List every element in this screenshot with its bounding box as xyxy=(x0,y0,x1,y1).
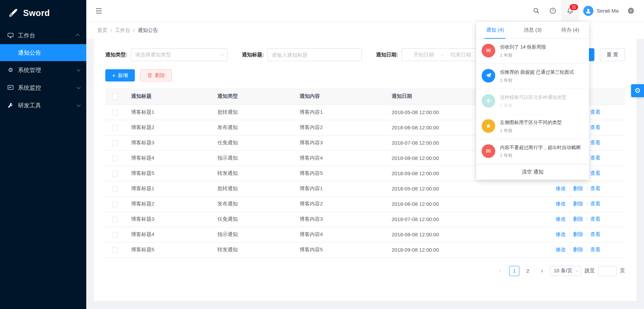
chevron-down-icon xyxy=(77,103,80,107)
tab-notices[interactable]: 通知 (4) xyxy=(476,22,514,38)
sidebar-item-label: 通知公告 xyxy=(18,49,41,57)
page-2-button[interactable]: 2 xyxy=(523,266,533,276)
breadcrumb-home[interactable]: 首页 xyxy=(97,27,107,34)
row-checkbox[interactable] xyxy=(112,125,118,131)
row-checkbox[interactable] xyxy=(112,110,118,115)
cell-date: 2018-06-08 12:00:00 xyxy=(385,196,487,212)
sidebar-item-dev-tools[interactable]: 研发工具 xyxy=(0,96,86,114)
view-link[interactable]: 查看 xyxy=(590,185,601,191)
breadcrumb-workbench[interactable]: 工作台 xyxy=(115,27,130,34)
row-checkbox[interactable] xyxy=(112,140,118,146)
language-globe-icon[interactable] xyxy=(623,0,639,21)
gear-icon: ⚙ xyxy=(7,67,14,73)
app-root: Sword 工作台 通知公告 ⚙ 系统管理 系统监 xyxy=(0,0,644,309)
view-link[interactable]: 查看 xyxy=(590,231,601,237)
edit-link[interactable]: 修改 xyxy=(556,216,566,222)
table-row: 博客标题4 指示通知 博客内容4 2018-08-08 12:00:00 修改删… xyxy=(105,227,625,242)
notice-type-select[interactable]: 请选择通知类型 xyxy=(131,48,228,61)
prev-page-button[interactable] xyxy=(496,266,506,276)
sidebar-item-label: 研发工具 xyxy=(18,102,41,109)
avatar xyxy=(583,6,593,16)
view-link[interactable]: 查看 xyxy=(590,155,601,161)
edit-link[interactable]: 修改 xyxy=(556,185,566,191)
sidebar-item-system-monitor[interactable]: 系统监控 xyxy=(0,79,86,96)
table-row: 博客标题1 批转通知 博客内容1 2018-05-08 12:00:00 修改删… xyxy=(105,181,625,196)
row-checkbox[interactable] xyxy=(112,171,118,177)
next-page-button[interactable] xyxy=(536,266,547,276)
cell-date: 2018-08-08 12:00:00 xyxy=(385,150,487,166)
notification-item[interactable]: ✉ 内容不要超过两行字，超出时自动截断 1 年前 xyxy=(476,139,589,164)
settings-fab-button[interactable]: ⚙ xyxy=(631,84,644,97)
reset-button[interactable]: 重 置 xyxy=(600,48,625,61)
notification-item[interactable]: + 这种模板可以区分多种通知类型 1 年前 xyxy=(476,89,589,114)
delete-link[interactable]: 删除 xyxy=(573,231,583,237)
row-checkbox[interactable] xyxy=(112,232,118,238)
chevron-right-icon xyxy=(540,269,543,272)
sidebar-item-notice[interactable]: 通知公告 xyxy=(0,44,86,61)
add-button[interactable]: 新增 xyxy=(105,69,135,81)
jump-page-input[interactable] xyxy=(598,266,616,276)
edit-link[interactable]: 修改 xyxy=(556,201,566,206)
cell-date: 2018-09-08 12:00:00 xyxy=(385,166,487,181)
row-checkbox[interactable] xyxy=(112,247,118,253)
notification-title: 你收到了 14 份新周报 xyxy=(500,44,586,50)
pagination: 1 2 10 条/页 跳至 页 xyxy=(105,266,625,276)
notification-title: 你推荐的 曲妮妮 已通过第三轮面试 xyxy=(500,69,586,75)
delete-link[interactable]: 删除 xyxy=(573,247,583,252)
breadcrumb-separator: / xyxy=(110,28,112,33)
clear-notifications-button[interactable]: 清空 通知 xyxy=(476,164,589,180)
edit-link[interactable]: 修改 xyxy=(556,247,566,252)
row-checkbox[interactable] xyxy=(112,156,118,161)
sidebar-item-label: 工作台 xyxy=(18,32,35,39)
view-link[interactable]: 查看 xyxy=(590,124,601,130)
delete-link[interactable]: 删除 xyxy=(573,201,583,206)
notification-item[interactable]: 你推荐的 曲妮妮 已通过第三轮面试 1 年前 xyxy=(476,64,589,89)
sidebar-item-workbench[interactable]: 工作台 xyxy=(0,26,86,44)
notification-item[interactable]: ✉ 你收到了 14 份新周报 1 年前 xyxy=(476,39,589,64)
search-icon[interactable] xyxy=(528,0,544,21)
logo[interactable]: Sword xyxy=(0,0,86,26)
breadcrumb-current: 通知公告 xyxy=(138,27,158,34)
view-link[interactable]: 查看 xyxy=(590,201,601,206)
user-menu[interactable]: Serati Ma xyxy=(579,6,623,16)
row-checkbox[interactable] xyxy=(112,186,118,192)
view-link[interactable]: 查看 xyxy=(590,140,601,145)
desktop-icon xyxy=(7,32,14,38)
row-checkbox[interactable] xyxy=(112,217,118,222)
notification-item[interactable]: ★ 左侧图标用于区分不同的类型 1 年前 xyxy=(476,114,589,139)
notice-title-label: 通知标题: xyxy=(242,52,264,58)
chevron-down-icon xyxy=(77,85,80,89)
delete-link[interactable]: 删除 xyxy=(573,185,583,191)
date-range-separator: ~ xyxy=(441,52,444,58)
cell-content: 博客内容3 xyxy=(293,212,385,227)
help-icon[interactable]: ? xyxy=(544,0,561,21)
cell-type: 批转通知 xyxy=(211,181,293,196)
cell-title: 博客标题5 xyxy=(124,166,211,181)
header-actions: ? 11 Serati Ma xyxy=(528,0,639,21)
delete-button[interactable]: 删除 xyxy=(140,69,172,81)
view-link[interactable]: 查看 xyxy=(590,170,601,176)
notification-bell-icon[interactable]: 11 xyxy=(561,0,579,21)
view-link[interactable]: 查看 xyxy=(590,216,601,222)
edit-link[interactable]: 修改 xyxy=(556,231,566,237)
tab-todos[interactable]: 待办 (4) xyxy=(551,22,589,38)
page-size-select[interactable]: 10 条/页 xyxy=(550,266,581,276)
page-1-button[interactable]: 1 xyxy=(509,266,519,276)
cell-type: 任免通知 xyxy=(211,212,293,227)
delete-link[interactable]: 删除 xyxy=(573,216,583,222)
sidebar-item-system-management[interactable]: ⚙ 系统管理 xyxy=(0,61,86,79)
notice-type-placeholder: 请选择通知类型 xyxy=(135,52,171,58)
table-row: 博客标题5 转发通知 博客内容5 2018-09-08 12:00:00 修改删… xyxy=(105,242,625,257)
cell-title: 博客标题5 xyxy=(124,242,211,257)
notice-date-range-picker[interactable]: 开始日期 ~ 结束日期 xyxy=(401,48,483,61)
tab-messages[interactable]: 消息 (3) xyxy=(514,22,552,38)
notice-title-input[interactable] xyxy=(267,48,362,61)
select-all-checkbox[interactable] xyxy=(112,94,118,99)
view-link[interactable]: 查看 xyxy=(590,109,601,115)
cell-type: 批转通知 xyxy=(211,105,293,120)
view-link[interactable]: 查看 xyxy=(590,247,601,252)
column-header-content: 通知内容 xyxy=(293,88,385,105)
top-header: ? 11 Serati Ma xyxy=(86,0,644,22)
collapse-sidebar-icon[interactable] xyxy=(95,7,103,15)
row-checkbox[interactable] xyxy=(112,201,118,207)
